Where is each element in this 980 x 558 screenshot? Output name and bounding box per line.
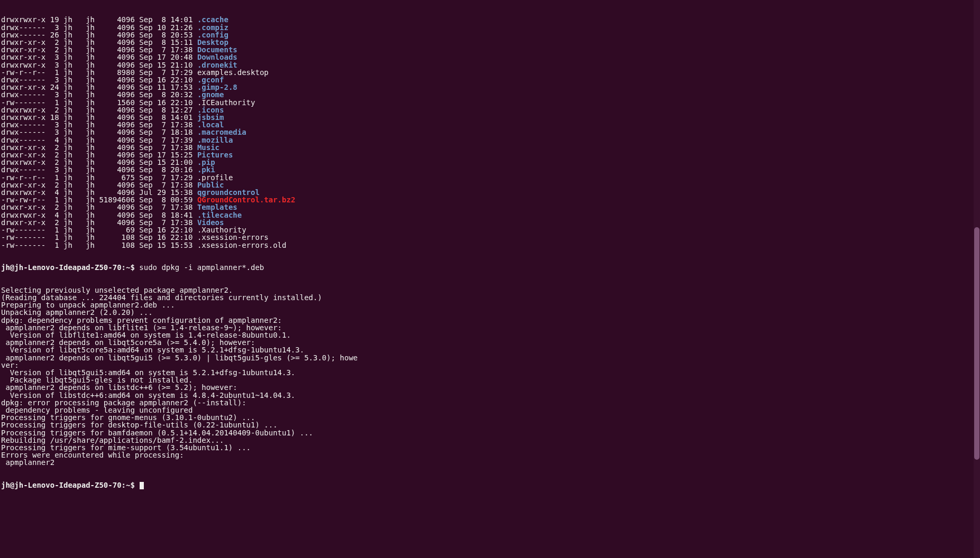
- ls-row: drwx------ 3 jh jh 4096 Sep 8 20:16 .pki: [1, 166, 979, 173]
- output-line: (Reading database ... 224404 files and d…: [1, 294, 979, 301]
- ls-row: drwxr-xr-x 24 jh jh 4096 Sep 11 17:53 .g…: [1, 83, 979, 91]
- ls-row: drwxr-xr-x 2 jh jh 4096 Sep 7 17:38 Docu…: [1, 46, 979, 53]
- ls-row: drwxrwxr-x 2 jh jh 4096 Sep 15 21:00 .pi…: [1, 159, 979, 166]
- ls-row: drwx------ 26 jh jh 4096 Sep 8 20:53 .co…: [1, 31, 979, 39]
- ls-row: -rw------- 1 jh jh 108 Sep 16 22:10 .xse…: [1, 234, 979, 241]
- ls-row: drwxrwxr-x 3 jh jh 4096 Sep 15 21:10 .dr…: [1, 61, 979, 69]
- output-line: Processing triggers for bamfdaemon (0.5.…: [1, 429, 979, 436]
- output-line: apmplanner2: [1, 459, 979, 466]
- ls-row: drwxrwxr-x 19 jh jh 4096 Sep 8 14:01 .cc…: [1, 16, 979, 23]
- prompt-2: jh@jh-Lenovo-Ideapad-Z50-70:~$: [1, 481, 139, 489]
- output-line: apmplanner2 depends on libstdc++6 (>= 5.…: [1, 384, 979, 391]
- output-line: Preparing to unpack apmplanner2.deb ...: [1, 301, 979, 309]
- ls-filename: .xsession-errors.old: [197, 241, 287, 249]
- ls-row: -rw------- 1 jh jh 108 Sep 15 15:53 .xse…: [1, 241, 979, 249]
- output-line: Processing triggers for gnome-menus (3.1…: [1, 414, 979, 421]
- output-line: dpkg: dependency problems prevent config…: [1, 317, 979, 324]
- ls-row: drwx------ 3 jh jh 4096 Sep 10 21:26 .co…: [1, 24, 979, 31]
- ls-row: -rw-r--r-- 1 jh jh 8980 Sep 7 17:29 exam…: [1, 69, 979, 76]
- output-line: Unpacking apmplanner2 (2.0.20) ...: [1, 309, 979, 316]
- dpkg-output: Selecting previously unselected package …: [1, 286, 979, 467]
- ls-row: drwxr-xr-x 2 jh jh 4096 Sep 7 17:38 Temp…: [1, 203, 979, 211]
- command-line-2[interactable]: jh@jh-Lenovo-Ideapad-Z50-70:~$: [1, 481, 979, 489]
- output-line: Package libqt5gui5-gles is not installed…: [1, 376, 979, 384]
- output-line: Rebuilding /usr/share/applications/bamf-…: [1, 436, 979, 444]
- output-line: dpkg: error processing package apmplanne…: [1, 399, 979, 406]
- output-line: ver:: [1, 361, 979, 369]
- scrollbar[interactable]: [974, 0, 980, 558]
- output-line: apmplanner2 depends on libqt5core5a (>= …: [1, 339, 979, 346]
- ls-row: drwxr-xr-x 3 jh jh 4096 Sep 17 20:48 Dow…: [1, 53, 979, 61]
- output-line: Version of libstdc++6:amd64 on system is…: [1, 392, 979, 399]
- ls-row: drwxr-xr-x 2 jh jh 4096 Sep 7 17:38 Musi…: [1, 144, 979, 151]
- ls-row: drwx------ 3 jh jh 4096 Sep 8 20:32 .gno…: [1, 91, 979, 98]
- ls-row: drwxrwxr-x 4 jh jh 4096 Jul 29 15:38 qgr…: [1, 189, 979, 196]
- ls-row: -rw------- 1 jh jh 69 Sep 16 22:10 .Xaut…: [1, 226, 979, 234]
- ls-row-meta: -rw------- 1 jh jh 108 Sep 15 15:53: [1, 241, 197, 249]
- ls-row: drwxr-xr-x 2 jh jh 4096 Sep 17 15:25 Pic…: [1, 151, 979, 159]
- output-line: Version of libqt5core5a:amd64 on system …: [1, 346, 979, 354]
- ls-row: -rw-rw-r-- 1 jh jh 51894606 Sep 8 00:59 …: [1, 196, 979, 203]
- ls-row: drwxrwxr-x 2 jh jh 4096 Sep 8 12:27 .ico…: [1, 106, 979, 114]
- ls-row: drwx------ 3 jh jh 4096 Sep 7 17:38 .loc…: [1, 121, 979, 128]
- ls-row: drwx------ 4 jh jh 4096 Sep 7 17:39 .moz…: [1, 136, 979, 144]
- command-line-1: jh@jh-Lenovo-Ideapad-Z50-70:~$ sudo dpkg…: [1, 264, 979, 271]
- output-line: dependency problems - leaving unconfigur…: [1, 406, 979, 414]
- ls-row: drwxr-xr-x 2 jh jh 4096 Sep 8 15:11 Desk…: [1, 39, 979, 46]
- ls-row: -rw------- 1 jh jh 1560 Sep 16 22:10 .IC…: [1, 99, 979, 106]
- ls-row: drwx------ 3 jh jh 4096 Sep 7 18:18 .mac…: [1, 128, 979, 136]
- scrollbar-thumb[interactable]: [974, 227, 979, 460]
- ls-row: drwxrwxr-x 18 jh jh 4096 Sep 8 14:01 jsb…: [1, 114, 979, 121]
- output-line: Version of libflite1:amd64 on system is …: [1, 331, 979, 339]
- ls-row: drwxr-xr-x 2 jh jh 4096 Sep 7 17:38 Vide…: [1, 219, 979, 226]
- output-line: apmplanner2 depends on libflite1 (>= 1.4…: [1, 324, 979, 331]
- output-line: Version of libqt5gui5:amd64 on system is…: [1, 369, 979, 376]
- ls-row: drwxrwxr-x 4 jh jh 4096 Sep 8 18:41 .til…: [1, 211, 979, 219]
- output-line: Selecting previously unselected package …: [1, 286, 979, 294]
- prompt-1: jh@jh-Lenovo-Ideapad-Z50-70:~$: [1, 263, 139, 272]
- output-line: apmplanner2 depends on libqt5gui5 (>= 5.…: [1, 354, 979, 361]
- output-line: Errors were encountered while processing…: [1, 451, 979, 459]
- ls-output: drwxrwxr-x 19 jh jh 4096 Sep 8 14:01 .cc…: [1, 16, 979, 248]
- cursor-icon: [140, 482, 144, 489]
- command-1-text: sudo dpkg -i apmplanner*.deb: [139, 263, 264, 272]
- ls-row: drwxr-xr-x 2 jh jh 4096 Sep 7 17:38 Publ…: [1, 181, 979, 189]
- output-line: Processing triggers for mime-support (3.…: [1, 444, 979, 451]
- output-line: Processing triggers for desktop-file-uti…: [1, 421, 979, 429]
- ls-row: drwx------ 3 jh jh 4096 Sep 16 22:10 .gc…: [1, 76, 979, 83]
- terminal[interactable]: drwxrwxr-x 19 jh jh 4096 Sep 8 14:01 .cc…: [0, 0, 980, 498]
- ls-row: -rw-r--r-- 1 jh jh 675 Sep 7 17:29 .prof…: [1, 174, 979, 181]
